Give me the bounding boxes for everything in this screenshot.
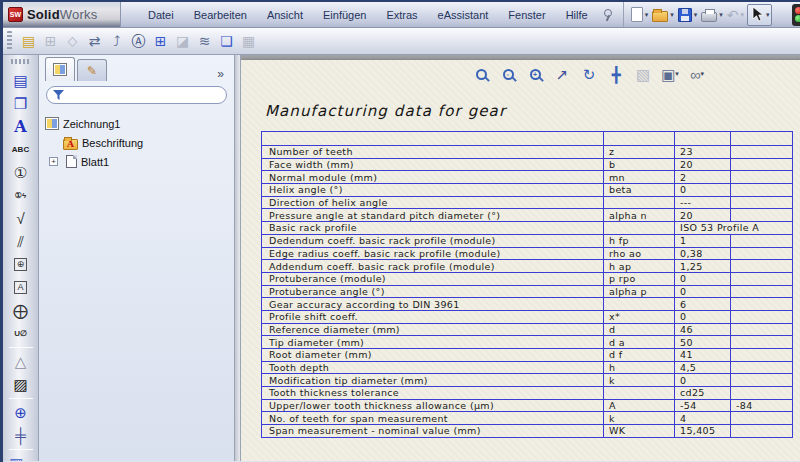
geometric-tolerance-button[interactable]: ⊕ — [7, 253, 35, 276]
toolbar-grip[interactable] — [7, 31, 12, 51]
table-header-row — [262, 132, 793, 146]
table-cell: ISO 53 Profile A — [675, 222, 793, 235]
menu-hilfe[interactable]: Hilfe — [557, 5, 597, 25]
zoom-to-fit-button[interactable]: ▫ — [496, 62, 520, 86]
table-cell — [731, 361, 793, 374]
print-dropdown[interactable]: ▾ — [719, 11, 723, 19]
save-dropdown[interactable]: ▾ — [694, 11, 698, 19]
hide-show-items-icon: ∞ — [690, 67, 701, 82]
zoom-to-selection-button[interactable]: ↗ — [550, 62, 574, 86]
pan-button[interactable]: ╋ — [604, 62, 628, 86]
menu-ansicht[interactable]: Ansicht — [258, 5, 312, 25]
eassistant-traffic-light-icon[interactable] — [792, 4, 800, 26]
table-cell: 6 — [675, 298, 731, 311]
view-layout-button[interactable]: ▦ — [238, 31, 259, 52]
auxiliary-view-button[interactable]: ⬦ — [62, 31, 83, 52]
spell-check-button[interactable]: ABC — [7, 138, 35, 161]
auto-balloon-button[interactable]: ①ϟ — [7, 184, 35, 207]
rotate-view-button[interactable]: ↻ — [577, 62, 601, 86]
standard-3-view-icon: ⊞ — [155, 34, 167, 48]
open-document-dropdown[interactable]: ▾ — [670, 11, 674, 19]
surface-finish-button[interactable]: √ — [7, 207, 35, 230]
table-row: Upper/lower tooth thickness allowance (µ… — [262, 399, 793, 412]
new-document-dropdown[interactable]: ▾ — [645, 11, 649, 19]
weld-symbol-button[interactable]: ⫽ — [7, 230, 35, 253]
zoom-to-area-button[interactable]: + — [523, 62, 547, 86]
projected-view-button[interactable]: ⊞ — [40, 31, 61, 52]
featuremanager-tab[interactable] — [45, 57, 75, 81]
balloon-icon: ① — [14, 165, 27, 180]
table-cell: 1 — [675, 234, 731, 247]
collapse-panel-button[interactable]: » — [211, 67, 230, 81]
toolbar-grip[interactable] — [11, 59, 31, 64]
save-button[interactable]: ▾ — [677, 4, 699, 26]
tables-button[interactable]: ▦▾ — [7, 452, 35, 461]
area-hatch-button[interactable]: ▨ — [7, 373, 35, 396]
table-cell — [731, 425, 793, 438]
table-row: Face width (mm)b20 — [262, 158, 793, 171]
table-cell: Tooth depth — [262, 361, 604, 374]
hide-show-items-dropdown[interactable]: ▾ — [701, 70, 705, 78]
view-orientation-dropdown[interactable]: ▾ — [675, 70, 679, 78]
new-document-button[interactable]: ▾ — [630, 4, 650, 26]
print-button[interactable]: ▾ — [700, 4, 724, 26]
update-view-button[interactable]: ⇄ — [84, 31, 105, 52]
select-button[interactable]: ▾ — [747, 4, 772, 26]
balloon-note-button[interactable]: ❐ — [7, 92, 35, 115]
break-view-button[interactable]: ≋ — [194, 31, 215, 52]
center-mark-button[interactable]: ⊕ — [7, 401, 35, 424]
hide-show-items-button[interactable]: ∞▾ — [685, 62, 709, 86]
geometric-tolerance-icon: ⊕ — [14, 258, 28, 271]
drawing-title[interactable]: Manufacturing data for gear — [265, 102, 506, 120]
tree-item-beschriftung[interactable]: A Beschriftung — [45, 133, 234, 152]
revision-symbol-button[interactable]: △ — [7, 350, 35, 373]
view-orientation-button[interactable]: ▣▾ — [658, 62, 682, 86]
crop-view-button[interactable]: ◪ — [172, 31, 193, 52]
filter-input[interactable] — [46, 86, 227, 104]
propertymanager-tab[interactable]: ✎ — [77, 59, 107, 81]
model-view-icon: ▤ — [22, 34, 35, 48]
detail-view-button[interactable]: Ⓐ — [128, 31, 149, 52]
select-dropdown[interactable]: ▾ — [766, 11, 770, 19]
gear-data-table[interactable]: Number of teethz23Face width (mm)b20Norm… — [261, 131, 793, 438]
balloon-button[interactable]: ① — [7, 161, 35, 184]
undo-dropdown[interactable]: ▾ — [740, 11, 744, 19]
undo-button[interactable]: ↶▾ — [726, 4, 745, 26]
text-button[interactable]: A — [7, 115, 35, 138]
menu-extras[interactable]: Extras — [377, 5, 426, 25]
hole-callout-button[interactable]: U∅ — [7, 322, 35, 345]
3d-drawing-view-button[interactable]: ▧ — [631, 62, 655, 86]
model-view-button[interactable]: ▤ — [18, 31, 39, 52]
menu-einf-gen[interactable]: Einfügen — [314, 5, 375, 25]
panel-tabs: ✎ » — [39, 55, 234, 81]
centerline-button[interactable]: ╪ — [7, 424, 35, 447]
graphics-area[interactable]: ▫+↗↻╋▧▣▾∞▾ Manufacturing data for gear N… — [241, 55, 800, 461]
menu-bearbeiten[interactable]: Bearbeiten — [185, 5, 256, 25]
table-cell: 2 — [675, 171, 731, 184]
zoom-in-out-button[interactable] — [469, 62, 493, 86]
drawing-view-button[interactable]: ❏ — [216, 31, 237, 52]
drawing-icon — [45, 117, 59, 130]
pin-icon[interactable] — [601, 8, 613, 22]
menu-datei[interactable]: Datei — [139, 5, 183, 25]
broken-out-section-button[interactable]: ⤴ — [106, 31, 127, 52]
menu-fenster[interactable]: Fenster — [499, 5, 554, 25]
tree-item-blatt1[interactable]: + Blatt1 — [45, 152, 234, 171]
break-view-icon: ≋ — [199, 34, 211, 48]
table-cell: z — [604, 146, 675, 159]
datum-target-button[interactable]: ⨁ — [7, 299, 35, 322]
datum-feature-button[interactable]: A — [7, 276, 35, 299]
tree-item-zeichnung1[interactable]: Zeichnung1 — [45, 114, 234, 133]
open-document-button[interactable]: ▾ — [651, 4, 675, 26]
standard-3-view-button[interactable]: ⊞ — [150, 31, 171, 52]
view-toolbar: ▫+↗↻╋▧▣▾∞▾ — [469, 62, 709, 86]
menu-eassistant[interactable]: eAssistant — [429, 5, 498, 25]
table-cell: -54 — [675, 399, 731, 412]
spell-check-icon: ABC — [12, 146, 29, 154]
table-cell — [731, 247, 793, 260]
note-button[interactable]: ▤ — [7, 69, 35, 92]
expand-icon[interactable]: + — [49, 157, 58, 166]
tables-dropdown[interactable]: ▾ — [24, 456, 32, 461]
drawing-sheet[interactable]: ▫+↗↻╋▧▣▾∞▾ Manufacturing data for gear N… — [241, 60, 800, 461]
table-cell: d — [604, 323, 675, 336]
